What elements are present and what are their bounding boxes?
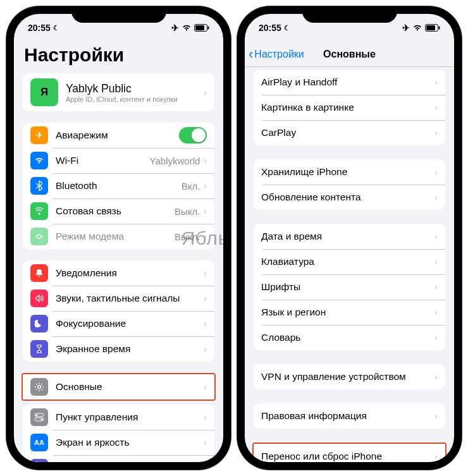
focus-row[interactable]: Фокусирование › (23, 311, 214, 336)
svg-rect-2 (208, 27, 209, 30)
chevron-right-icon: › (204, 319, 207, 329)
group-locale: Дата и время › Клавиатура › Шрифты › Язы… (254, 224, 445, 350)
general-row[interactable]: Основные › (23, 374, 214, 400)
sounds-row[interactable]: Звуки, тактильные сигналы › (23, 286, 214, 311)
chevron-right-icon: › (434, 372, 438, 382)
chevron-right-icon: › (434, 128, 438, 138)
wifi-icon (30, 152, 48, 169)
chevron-right-icon: › (434, 257, 438, 267)
phone-left: 20:55 ☾ ✈ Настройки Я Yablyk Public Appl… (6, 6, 231, 470)
profile-avatar: Я (30, 78, 58, 106)
nav-title: Основные (323, 49, 376, 60)
chevron-right-icon: › (434, 192, 438, 202)
display-row[interactable]: AA Экран и яркость › (23, 430, 214, 455)
system-group: Пункт управления › AA Экран и яркость › … (23, 405, 214, 462)
chevron-right-icon: › (204, 437, 207, 448)
chevron-right-icon: › (204, 412, 207, 422)
settings-scroll[interactable]: Настройки Я Yablyk Public Apple ID, iClo… (14, 42, 223, 462)
notifications-row[interactable]: Уведомления › (23, 260, 214, 286)
wifi-row[interactable]: Wi-Fi Yablykworld › (23, 148, 214, 173)
notch (71, 6, 166, 23)
chevron-right-icon: › (434, 77, 438, 87)
connectivity-group: ✈ Авиарежим Wi-Fi Yablykworld › Bluetoot… (23, 123, 214, 249)
keyboard-row[interactable]: Клавиатура › (254, 249, 445, 274)
page-title: Настройки (14, 42, 223, 73)
alerts-group: Уведомления › Звуки, тактильные сигналы … (23, 260, 214, 362)
general-highlight: Основные › (22, 373, 216, 401)
chevron-right-icon: › (204, 344, 207, 354)
general-scroll[interactable]: AirPlay и Handoff › Картинка в картинке … (245, 67, 454, 462)
cellular-icon (30, 202, 48, 220)
text-size-icon: AA (30, 434, 48, 451)
storage-row[interactable]: Хранилище iPhone › (254, 159, 445, 185)
group-airplay: AirPlay и Handoff › Картинка в картинке … (254, 70, 445, 145)
svg-point-3 (38, 386, 41, 389)
back-button[interactable]: ‹ Настройки (245, 46, 304, 63)
datetime-row[interactable]: Дата и время › (254, 224, 445, 249)
airplane-icon: ✈ (402, 23, 410, 33)
moon-icon: ☾ (284, 24, 290, 32)
language-row[interactable]: Язык и регион › (254, 300, 445, 325)
cellular-row[interactable]: Сотовая связь Выкл. › (23, 198, 214, 224)
svg-rect-13 (426, 25, 435, 30)
phone-right: 20:55 ☾ ✈ ‹ Настройки Основные AirPlay и… (237, 6, 462, 470)
battery-icon (194, 24, 209, 32)
hotspot-row[interactable]: Режим модема Выкл. › (23, 224, 214, 249)
wifi-icon (412, 24, 422, 32)
battery-icon (425, 24, 440, 32)
carplay-row[interactable]: CarPlay › (254, 120, 445, 145)
airplane-icon: ✈ (171, 23, 179, 33)
svg-rect-14 (439, 27, 440, 30)
dictionary-row[interactable]: Словарь › (254, 325, 445, 350)
apple-id-row[interactable]: Я Yablyk Public Apple ID, iCloud, контен… (23, 73, 214, 111)
chevron-left-icon: ‹ (249, 46, 253, 63)
group-storage: Хранилище iPhone › Обновление контента › (254, 159, 445, 210)
grid-icon (30, 459, 48, 462)
bell-icon (30, 264, 48, 282)
chevron-right-icon: › (434, 282, 438, 292)
vpn-row[interactable]: VPN и управление устройством › (254, 364, 445, 389)
fonts-row[interactable]: Шрифты › (254, 274, 445, 300)
screentime-row[interactable]: Экранное время › (23, 336, 214, 362)
screen-right: 20:55 ☾ ✈ ‹ Настройки Основные AirPlay и… (245, 14, 454, 462)
chevron-right-icon: › (434, 333, 438, 343)
chevron-right-icon: › (434, 167, 438, 177)
control-center-row[interactable]: Пункт управления › (23, 405, 214, 430)
home-screen-row[interactable]: Экран «Домой» › (23, 455, 214, 462)
profile-sub: Apple ID, iCloud, контент и покупки (66, 95, 204, 103)
chevron-right-icon: › (434, 307, 438, 317)
switches-icon (30, 408, 48, 426)
transfer-reset-row[interactable]: Перенос или сброс iPhone › (254, 444, 445, 462)
bluetooth-row[interactable]: Bluetooth Вкл. › (23, 173, 214, 198)
status-time: 20:55 (28, 23, 51, 33)
profile-group: Я Yablyk Public Apple ID, iCloud, контен… (23, 73, 214, 111)
notch (302, 6, 397, 23)
pip-row[interactable]: Картинка в картинке › (254, 95, 445, 120)
chevron-right-icon: › (434, 451, 438, 461)
chevron-right-icon: › (204, 231, 207, 241)
chevron-right-icon: › (434, 231, 438, 241)
svg-rect-1 (195, 25, 204, 30)
chevron-right-icon: › (204, 181, 207, 191)
chevron-right-icon: › (204, 293, 207, 303)
airplane-icon: ✈ (30, 126, 48, 144)
legal-row[interactable]: Правовая информация › (254, 403, 445, 429)
chevron-right-icon: › (434, 411, 438, 421)
profile-name: Yablyk Public (66, 82, 204, 95)
background-refresh-row[interactable]: Обновление контента › (254, 185, 445, 210)
chevron-right-icon: › (204, 87, 207, 97)
chevron-right-icon: › (204, 156, 207, 166)
nav-header: ‹ Настройки Основные (245, 42, 454, 67)
hourglass-icon (30, 340, 48, 358)
airplane-row[interactable]: ✈ Авиарежим (23, 123, 214, 148)
hotspot-icon (30, 228, 48, 245)
screen-left: 20:55 ☾ ✈ Настройки Я Yablyk Public Appl… (14, 14, 223, 462)
reset-highlight: Перенос или сброс iPhone › (252, 442, 446, 462)
moon-icon (30, 315, 48, 333)
group-vpn: VPN и управление устройством › (254, 364, 445, 389)
moon-icon: ☾ (53, 24, 59, 32)
chevron-right-icon: › (204, 268, 207, 278)
airplay-row[interactable]: AirPlay и Handoff › (254, 70, 445, 95)
chevron-right-icon: › (434, 102, 438, 113)
airplane-toggle[interactable] (179, 127, 207, 143)
